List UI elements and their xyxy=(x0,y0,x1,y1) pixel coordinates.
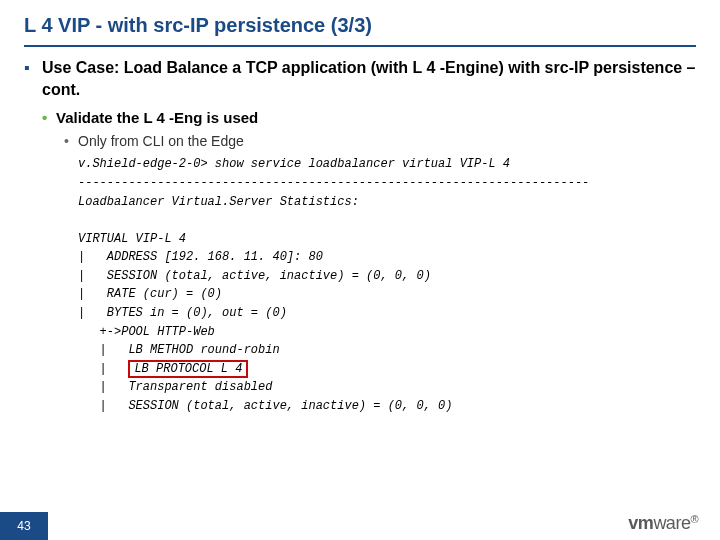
bullet-level1: Use Case: Load Balance a TCP application… xyxy=(24,57,696,100)
cli-line: | Transparent disabled xyxy=(78,380,272,394)
slide: L 4 VIP - with src-IP persistence (3/3) … xyxy=(0,0,720,540)
registered-icon: ® xyxy=(690,513,698,525)
vendor-logo-part1: vm xyxy=(628,513,653,533)
cli-highlight: LB PROTOCOL L 4 xyxy=(128,360,248,378)
slide-title: L 4 VIP - with src-IP persistence (3/3) xyxy=(0,0,720,45)
cli-line: | SESSION (total, active, inactive) = (0… xyxy=(78,269,431,283)
bullet-level3: Only from CLI on the Edge xyxy=(64,132,696,151)
cli-line: | BYTES in = (0), out = (0) xyxy=(78,306,287,320)
vendor-logo-part2: ware xyxy=(653,513,690,533)
cli-line: ----------------------------------------… xyxy=(78,176,589,190)
cli-line: +->POOL HTTP-Web xyxy=(78,325,215,339)
cli-line: VIRTUAL VIP-L 4 xyxy=(78,232,186,246)
cli-line-prefix: | xyxy=(78,362,128,376)
bullet-level2: Validate the L 4 -Eng is used xyxy=(42,108,696,128)
cli-line: Loadbalancer Virtual.Server Statistics: xyxy=(78,195,359,209)
page-number: 43 xyxy=(0,512,48,540)
cli-line: | RATE (cur) = (0) xyxy=(78,287,222,301)
cli-line: | LB METHOD round-robin xyxy=(78,343,280,357)
cli-line: v.Shield-edge-2-0> show service loadbala… xyxy=(78,157,510,171)
content-area: Use Case: Load Balance a TCP application… xyxy=(0,47,720,416)
cli-line: | ADDRESS [192. 168. 11. 40]: 80 xyxy=(78,250,323,264)
footer: 43 vmware® xyxy=(0,510,720,540)
cli-output: v.Shield-edge-2-0> show service loadbala… xyxy=(78,155,696,415)
cli-line: | SESSION (total, active, inactive) = (0… xyxy=(78,399,452,413)
vendor-logo: vmware® xyxy=(628,513,698,534)
